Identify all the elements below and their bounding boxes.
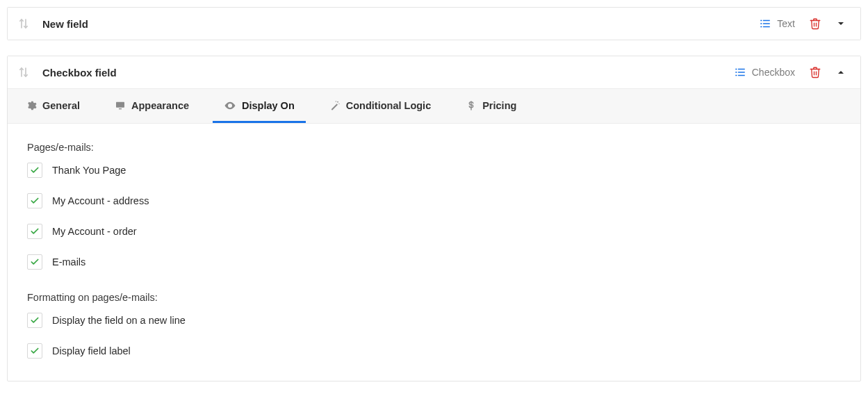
svg-rect-1 <box>763 20 770 22</box>
svg-rect-12 <box>116 102 124 108</box>
wand-icon <box>329 100 341 111</box>
section-label-formatting: Formatting on pages/e-mails: <box>27 292 841 303</box>
svg-rect-2 <box>761 23 762 24</box>
svg-rect-3 <box>763 23 770 24</box>
checkbox-label: My Account - address <box>52 195 149 206</box>
tab-general[interactable]: General <box>15 89 91 123</box>
checkbox[interactable] <box>27 224 42 239</box>
svg-point-16 <box>338 104 339 104</box>
field-header: Checkbox field Checkbox <box>8 56 860 88</box>
tab-label: Pricing <box>482 100 516 111</box>
checkbox-label: E-mails <box>52 256 85 268</box>
display-on-panel: Pages/e-mails: Thank You Page My Account… <box>8 124 860 381</box>
field-card: New field Text <box>7 7 861 40</box>
option-row: Display field label <box>27 343 841 359</box>
collapse-toggle[interactable] <box>835 67 846 78</box>
svg-point-14 <box>229 105 231 107</box>
checkbox-label: Thank You Page <box>52 165 126 176</box>
svg-rect-11 <box>738 75 745 76</box>
svg-point-15 <box>337 101 338 103</box>
svg-rect-7 <box>738 69 745 70</box>
field-title: Checkbox field <box>42 67 734 79</box>
tab-label: Display On <box>242 100 295 111</box>
checkbox-label: Display field label <box>52 345 131 356</box>
svg-rect-8 <box>735 72 737 73</box>
option-row: My Account - address <box>27 193 841 208</box>
checkbox[interactable] <box>27 193 42 208</box>
option-row: My Account - order <box>27 224 841 239</box>
svg-rect-4 <box>761 26 762 28</box>
field-card: Checkbox field Checkbox General <box>7 56 861 381</box>
field-type-button[interactable]: Text <box>759 17 795 30</box>
option-row: Thank You Page <box>27 163 841 178</box>
monitor-icon <box>115 100 126 111</box>
svg-rect-13 <box>119 108 122 109</box>
tab-display-on[interactable]: Display On <box>213 89 306 123</box>
drag-handle-icon[interactable] <box>17 66 30 79</box>
field-title: New field <box>42 18 759 30</box>
field-header: New field Text <box>8 8 860 40</box>
trash-icon[interactable] <box>809 17 821 30</box>
field-header-actions: Text <box>759 17 846 30</box>
field-type-label: Checkbox <box>752 67 795 78</box>
tab-label: General <box>42 100 80 111</box>
checkbox[interactable] <box>27 313 42 328</box>
dollar-icon <box>466 100 477 111</box>
field-tabs: General Appearance Display On Conditiona… <box>8 88 860 124</box>
expand-toggle[interactable] <box>835 18 846 29</box>
trash-icon[interactable] <box>809 66 821 79</box>
eye-icon <box>224 99 236 112</box>
checkbox[interactable] <box>27 163 42 178</box>
field-header-actions: Checkbox <box>734 66 846 79</box>
gear-icon <box>26 100 37 111</box>
svg-rect-9 <box>738 72 745 73</box>
option-row: Display the field on a new line <box>27 313 841 328</box>
svg-rect-6 <box>735 69 737 70</box>
svg-rect-10 <box>735 75 737 76</box>
svg-rect-5 <box>763 26 770 28</box>
tab-pricing[interactable]: Pricing <box>455 89 527 123</box>
option-row: E-mails <box>27 254 841 270</box>
field-type-label: Text <box>777 18 795 29</box>
list-icon <box>734 66 746 79</box>
section-label-pages: Pages/e-mails: <box>27 142 841 153</box>
list-icon <box>759 17 771 30</box>
field-type-button[interactable]: Checkbox <box>734 66 795 79</box>
drag-handle-icon[interactable] <box>17 17 30 30</box>
checkbox[interactable] <box>27 254 42 270</box>
tab-label: Appearance <box>131 100 189 111</box>
tab-label: Conditional Logic <box>346 100 431 111</box>
checkbox-label: My Account - order <box>52 226 137 237</box>
checkbox[interactable] <box>27 343 42 359</box>
svg-rect-0 <box>761 20 762 22</box>
checkbox-label: Display the field on a new line <box>52 315 186 326</box>
tab-appearance[interactable]: Appearance <box>104 89 200 123</box>
svg-point-17 <box>335 101 336 101</box>
tab-conditional-logic[interactable]: Conditional Logic <box>318 89 442 123</box>
